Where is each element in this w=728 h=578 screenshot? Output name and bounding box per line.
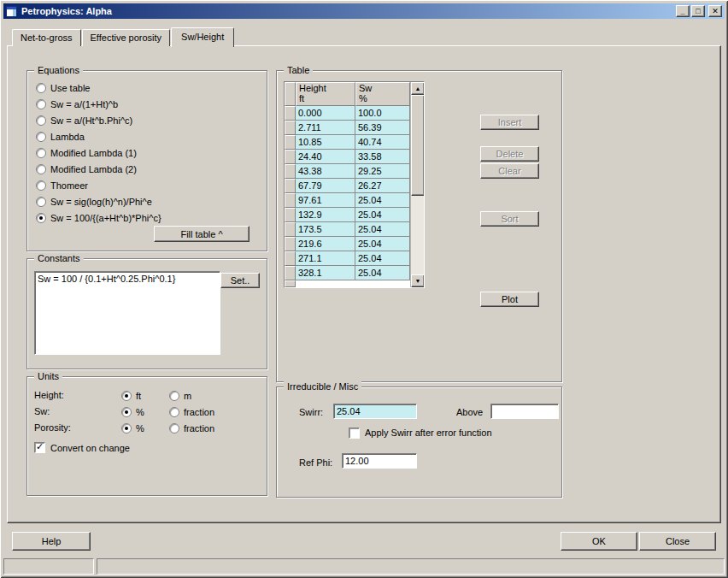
equation-option[interactable]: Modified Lambda (1) <box>36 144 258 161</box>
row-selector[interactable] <box>285 193 296 208</box>
table-scrollbar[interactable]: ▲ ▼ <box>410 82 424 287</box>
equation-option[interactable]: Sw = 100/{(a+Ht^b)*Phi^c} <box>36 209 258 226</box>
tab-strip: Net-to-gross Effective porosity Sw/Heigh… <box>12 27 235 46</box>
height-cell[interactable]: 10.85 <box>296 135 355 150</box>
unit-option[interactable]: fraction <box>169 404 214 420</box>
table-row[interactable]: 132.925.04 <box>285 208 410 222</box>
tab-effective-porosity[interactable]: Effective porosity <box>82 29 171 46</box>
sw-cell[interactable]: 25.04 <box>355 251 410 266</box>
table-row[interactable]: 219.625.04 <box>285 237 410 251</box>
minimize-icon[interactable]: _ <box>676 5 690 17</box>
table-row[interactable]: 24.4033.58 <box>285 150 410 164</box>
scroll-down-icon[interactable]: ▼ <box>411 274 425 287</box>
sw-cell[interactable]: 25.04 <box>355 266 410 280</box>
height-cell[interactable]: 219.6 <box>296 237 355 251</box>
apply-swirr-checkbox[interactable]: Apply Swirr after error function <box>349 425 492 440</box>
sw-cell[interactable]: 25.04 <box>355 222 410 237</box>
sw-cell[interactable]: 56.39 <box>355 121 410 135</box>
height-cell[interactable]: 132.9 <box>296 208 355 222</box>
equation-option[interactable]: Thomeer <box>36 177 258 193</box>
help-button[interactable]: Help <box>12 532 91 551</box>
unit-option[interactable]: m <box>169 387 191 404</box>
height-cell[interactable]: 0.000 <box>296 106 355 121</box>
sw-cell[interactable]: 25.04 <box>355 237 410 251</box>
sw-cell[interactable]: 100.0 <box>355 106 410 121</box>
equation-option[interactable]: Sw = a/(1+Ht)^b <box>36 96 258 112</box>
close-icon[interactable]: ✕ <box>708 5 722 17</box>
table-row[interactable]: 173.525.04 <box>285 222 410 237</box>
plot-button[interactable]: Plot <box>480 292 539 307</box>
sw-cell[interactable]: 26.27 <box>355 179 410 193</box>
clear-button[interactable]: Clear <box>480 163 539 179</box>
row-selector[interactable] <box>285 164 296 179</box>
swirr-input[interactable] <box>333 404 417 419</box>
delete-button[interactable]: Delete <box>480 146 539 162</box>
sw-cell[interactable]: 33.58 <box>355 150 410 164</box>
row-selector[interactable] <box>285 179 296 193</box>
radio-icon <box>121 407 132 417</box>
convert-checkbox[interactable]: Convert on change <box>34 439 130 456</box>
scroll-up-icon[interactable]: ▲ <box>411 82 425 95</box>
row-selector[interactable] <box>285 266 296 280</box>
height-cell[interactable]: 328.1 <box>296 266 355 280</box>
fill-table-button[interactable]: Fill table ^ <box>154 226 250 242</box>
table-row[interactable]: 0.000100.0 <box>285 106 410 121</box>
sw-cell[interactable]: 40.74 <box>355 135 410 150</box>
sw-cell[interactable]: 29.25 <box>355 164 410 179</box>
row-selector[interactable] <box>285 237 296 251</box>
equation-option[interactable]: Sw = sig(log(h)^n)/Phi^e <box>36 193 258 209</box>
row-selector[interactable] <box>285 106 296 121</box>
sw-cell[interactable]: 25.04 <box>355 193 410 208</box>
row-selector[interactable] <box>285 222 296 237</box>
height-cell[interactable]: 97.61 <box>296 193 355 208</box>
unit-option[interactable]: % <box>121 404 144 420</box>
set-button[interactable]: Set.. <box>220 273 260 288</box>
row-selector[interactable] <box>285 208 296 222</box>
table-row[interactable]: 10.8540.74 <box>285 135 410 150</box>
height-cell[interactable]: 24.40 <box>296 150 355 164</box>
row-selector[interactable] <box>285 150 296 164</box>
title-bar[interactable]: Petrophysics: Alpha _ □ ✕ <box>3 3 725 19</box>
above-input[interactable] <box>490 404 559 419</box>
table-row[interactable]: 2.71156.39 <box>285 121 410 135</box>
table-row[interactable]: 328.125.04 <box>285 266 410 280</box>
height-cell[interactable]: 2.711 <box>296 121 355 135</box>
height-cell[interactable]: 271.1 <box>296 251 355 266</box>
constants-editor[interactable]: Sw = 100 / {0.1+Ht^0.25.Phi^0.1} <box>34 271 220 355</box>
unit-option[interactable]: % <box>121 420 144 436</box>
status-panel-left <box>3 558 94 575</box>
row-selector-stub <box>285 280 296 287</box>
ok-button[interactable]: OK <box>561 532 637 551</box>
equation-option[interactable]: Use table <box>36 80 258 96</box>
sw-cell[interactable]: 25.04 <box>355 208 410 222</box>
equation-option[interactable]: Sw = a/(Ht^b.Phi^c) <box>36 112 258 128</box>
equation-option[interactable]: Lambda <box>36 128 258 144</box>
insert-button[interactable]: Insert <box>480 115 539 130</box>
row-selector[interactable] <box>285 121 296 135</box>
radio-icon <box>36 99 46 109</box>
table-row[interactable]: 43.3829.25 <box>285 164 410 179</box>
column-unit: ft <box>299 93 352 103</box>
unit-option[interactable]: ft <box>121 387 141 404</box>
close-dialog-button[interactable]: Close <box>639 532 716 551</box>
unit-option[interactable]: fraction <box>169 420 214 436</box>
table-row[interactable]: 67.7926.27 <box>285 179 410 193</box>
column-header-sw[interactable]: Sw % <box>355 82 410 106</box>
maximize-icon[interactable]: □ <box>691 5 705 17</box>
equation-option[interactable]: Modified Lambda (2) <box>36 161 258 177</box>
height-cell[interactable]: 67.79 <box>296 179 355 193</box>
sort-button[interactable]: Sort <box>480 211 539 227</box>
tab-sw-height[interactable]: Sw/Height <box>171 27 234 47</box>
tab-net-to-gross[interactable]: Net-to-gross <box>12 29 81 46</box>
row-selector[interactable] <box>285 251 296 266</box>
table-row[interactable]: 97.6125.04 <box>285 193 410 208</box>
ref-phi-input[interactable] <box>342 453 417 469</box>
height-cell[interactable]: 43.38 <box>296 164 355 179</box>
row-selector[interactable] <box>285 135 296 150</box>
table-row[interactable]: 271.125.04 <box>285 251 410 266</box>
height-cell[interactable]: 173.5 <box>296 222 355 237</box>
scroll-thumb[interactable] <box>411 95 425 196</box>
column-header-height[interactable]: Height ft <box>296 82 355 106</box>
radio-icon <box>169 407 179 417</box>
equation-option-label: Sw = a/(1+Ht)^b <box>50 99 118 109</box>
